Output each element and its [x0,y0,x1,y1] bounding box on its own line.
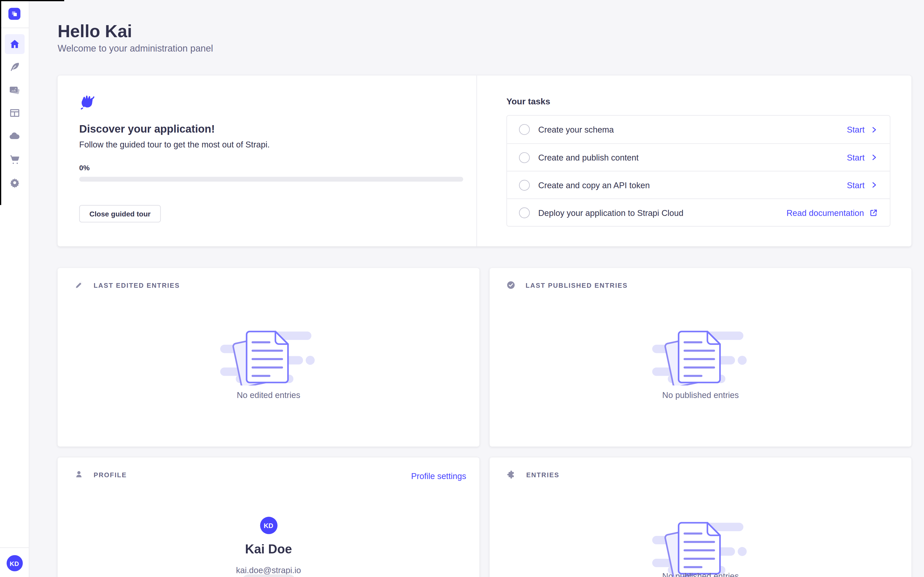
waving-hand-icon [79,94,95,110]
panel-divider [477,76,477,247]
task-row-deploy-strapi-cloud[interactable]: Deploy your application to Strapi Cloud … [507,198,890,226]
task-action-label: Read documentation [787,208,864,217]
task-label: Create and publish content [538,153,638,162]
user-avatar[interactable]: KD [6,555,23,571]
task-row-create-schema[interactable]: Create your schema Start [507,116,890,143]
sidebar-item-settings[interactable] [5,172,24,192]
feather-icon [9,61,20,73]
sidebar-item-content-manager[interactable] [5,57,24,77]
progress-bar [79,177,463,182]
empty-state-text: No published entries [490,571,911,577]
empty-documents-illustration [652,328,749,385]
widget-header: PROFILE [74,470,127,479]
chevron-right-icon [870,126,878,133]
widget-header: ENTRIES [506,470,559,480]
sidebar-divider [0,547,29,548]
home-icon [9,38,20,49]
sidebar-item-content-type-builder[interactable] [5,103,24,123]
strapi-logo-icon [11,10,18,18]
sidebar-item-home[interactable] [5,34,24,53]
tasks-list: Create your schema Start Create and publ… [506,115,890,227]
profile-avatar: KD [260,517,277,534]
task-row-create-api-token[interactable]: Create and copy an API token Start [507,171,890,198]
screenshot-edge-artifact [0,0,1,205]
widget-title: PROFILE [94,471,127,478]
chevron-right-icon [870,181,878,189]
guided-tour-panel: Discover your application! Follow the gu… [58,76,911,247]
media-images-icon [8,84,21,96]
sidebar-item-media-library[interactable] [5,80,24,100]
cloud-icon [8,130,21,142]
sidebar-divider [0,28,29,28]
layout-icon [9,107,20,118]
widget-header: LAST PUBLISHED ENTRIES [506,280,628,290]
page-title: Hello Kai [58,21,132,41]
screenshot-edge-artifact [0,0,64,1]
sidebar-item-marketplace[interactable] [5,149,24,169]
user-icon [74,470,83,479]
task-label: Create your schema [538,125,614,134]
strapi-logo[interactable] [8,8,21,20]
gear-icon [9,176,20,188]
pencil-icon [74,280,83,290]
widget-title: LAST PUBLISHED ENTRIES [526,282,628,289]
tasks-heading: Your tasks [506,97,550,106]
widget-header: LAST EDITED ENTRIES [74,280,180,290]
task-radio[interactable] [519,152,530,163]
guided-tour-heading: Discover your application! [79,123,215,135]
profile-initials: KD [264,522,273,529]
puzzle-icon [506,470,516,480]
check-circle-icon [506,280,515,290]
task-start-link[interactable]: Start [847,153,878,162]
sidebar-item-cloud[interactable] [5,126,24,146]
strapi-admin-homepage: KD Hello Kai Welcome to your administrat… [0,0,924,577]
empty-documents-illustration [220,328,317,385]
empty-state-text: No edited entries [58,390,479,400]
profile-name: Kai Doe [58,542,479,556]
task-radio[interactable] [519,207,530,218]
widget-title: LAST EDITED ENTRIES [94,282,180,289]
profile-role-badge [242,574,296,577]
cart-icon [9,153,20,164]
empty-documents-illustration [652,519,749,577]
main-navigation-sidebar: KD [0,0,29,577]
profile-email: kai.doe@strapi.io [58,565,479,575]
empty-state-text: No published entries [490,390,911,400]
entries-widget: ENTRIES No published entries [490,458,911,577]
task-action-label: Start [847,153,864,162]
widget-title: ENTRIES [526,471,559,478]
profile-settings-link[interactable]: Profile settings [411,471,466,480]
task-action-label: Start [847,125,864,134]
chevron-right-icon [870,153,878,161]
profile-widget: PROFILE Profile settings KD Kai Doe kai.… [58,458,479,577]
task-label: Deploy your application to Strapi Cloud [538,208,683,217]
task-label: Create and copy an API token [538,180,650,190]
page-subtitle: Welcome to your administration panel [58,43,213,54]
last-published-entries-widget: LAST PUBLISHED ENTRIES No published entr… [490,268,911,447]
guided-tour-subtitle: Follow the guided tour to get the most o… [79,140,270,149]
last-edited-entries-widget: LAST EDITED ENTRIES No edited entries [58,268,479,447]
user-initials: KD [10,559,19,567]
task-start-link[interactable]: Start [847,180,878,190]
read-documentation-link[interactable]: Read documentation [787,208,878,217]
close-guided-tour-button[interactable]: Close guided tour [79,205,161,222]
task-start-link[interactable]: Start [847,125,878,134]
task-radio[interactable] [519,124,530,135]
external-link-icon [869,208,878,217]
task-action-label: Start [847,180,864,190]
task-row-create-publish-content[interactable]: Create and publish content Start [507,143,890,171]
progress-percent-label: 0% [79,164,90,172]
task-radio[interactable] [519,179,530,190]
